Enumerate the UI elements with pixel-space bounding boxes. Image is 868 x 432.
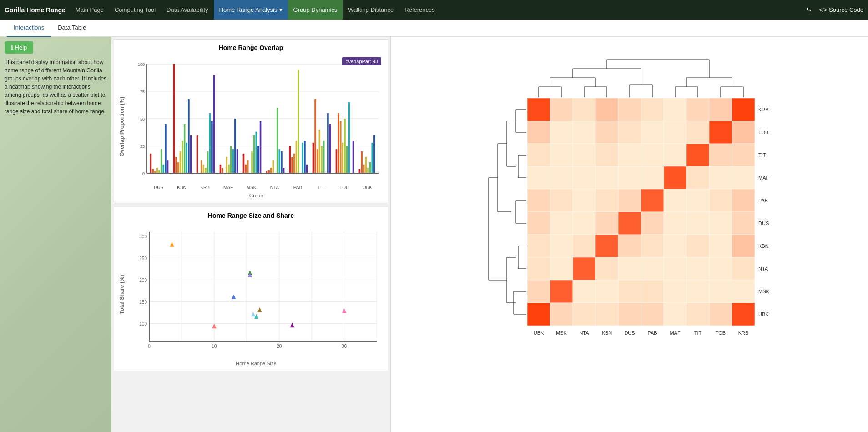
tab-data-table[interactable]: Data Table xyxy=(51,20,93,37)
svg-text:100: 100 xyxy=(138,62,145,67)
nav-home-range-analysis[interactable]: Home Range Analysis ▾ xyxy=(214,0,288,20)
nav-data-availability[interactable]: Data Availability xyxy=(161,0,214,20)
tab-interactions[interactable]: Interactions xyxy=(7,20,51,37)
svg-rect-167 xyxy=(550,98,573,121)
bar-chart-x-label: Group xyxy=(129,193,384,198)
svg-text:PAB: PAB xyxy=(293,185,303,190)
svg-rect-208 xyxy=(732,166,755,189)
nav-brand: Gorilla Home Range xyxy=(5,6,66,14)
svg-rect-39 xyxy=(209,113,211,173)
svg-rect-72 xyxy=(278,149,280,173)
svg-text:NTA: NTA xyxy=(579,330,589,336)
svg-text:30: 30 xyxy=(342,344,347,349)
svg-rect-184 xyxy=(686,121,709,144)
svg-rect-244 xyxy=(550,257,573,280)
scatter-chart-x-label: Home Range Size xyxy=(129,361,384,366)
svg-rect-14 xyxy=(156,168,158,173)
svg-rect-191 xyxy=(595,144,618,166)
share-icon[interactable]: ⤷ xyxy=(806,5,812,14)
svg-rect-272 xyxy=(686,303,709,326)
svg-rect-60 xyxy=(253,135,255,173)
svg-rect-51 xyxy=(234,119,236,173)
sidebar: ℹ Help This panel display information ab… xyxy=(0,37,111,432)
svg-rect-226 xyxy=(641,212,664,235)
nav-references[interactable]: References xyxy=(399,0,440,20)
svg-text:300: 300 xyxy=(139,234,147,239)
svg-rect-50 xyxy=(232,149,234,173)
svg-rect-180 xyxy=(595,121,618,144)
nav-walking-distance[interactable]: Walking Distance xyxy=(343,0,399,20)
subheader: Interactions Data Table xyxy=(0,20,868,37)
svg-rect-49 xyxy=(230,146,232,173)
svg-rect-185 xyxy=(709,121,732,144)
svg-rect-174 xyxy=(709,98,732,121)
svg-rect-79 xyxy=(293,154,295,173)
svg-rect-248 xyxy=(641,257,664,280)
svg-rect-117 xyxy=(373,135,375,173)
svg-rect-186 xyxy=(732,121,755,144)
svg-rect-35 xyxy=(201,160,202,173)
svg-rect-240 xyxy=(709,235,732,257)
svg-rect-48 xyxy=(228,165,230,173)
svg-rect-255 xyxy=(550,280,573,303)
svg-rect-111 xyxy=(361,151,363,173)
svg-rect-193 xyxy=(641,144,664,166)
svg-text:0: 0 xyxy=(142,171,145,176)
bar-chart-tooltip: overlapPar: 93 xyxy=(342,57,381,65)
svg-rect-204 xyxy=(641,166,664,189)
svg-text:TIT: TIT xyxy=(318,185,324,190)
svg-text:PAB: PAB xyxy=(758,198,768,203)
heatmap-svg: KRBTOBTITMAFPABDUSKBNNTAMSKUBKUBKMSKNTAK… xyxy=(482,48,777,421)
svg-rect-271 xyxy=(664,303,686,326)
main-layout: ℹ Help This panel display information ab… xyxy=(0,37,868,432)
svg-rect-102 xyxy=(342,143,344,173)
svg-rect-73 xyxy=(281,151,283,173)
svg-rect-19 xyxy=(167,160,169,173)
svg-rect-116 xyxy=(371,143,373,173)
svg-rect-192 xyxy=(618,144,641,166)
svg-text:25: 25 xyxy=(140,144,145,149)
svg-rect-246 xyxy=(595,257,618,280)
svg-rect-80 xyxy=(296,141,298,173)
svg-rect-236 xyxy=(618,235,641,257)
svg-rect-77 xyxy=(289,146,291,173)
nav-group-dynamics[interactable]: Group Dynamics xyxy=(288,0,343,20)
svg-rect-270 xyxy=(641,303,664,326)
svg-text:KBN: KBN xyxy=(601,330,612,336)
svg-rect-194 xyxy=(664,144,686,166)
svg-text:MSK: MSK xyxy=(247,185,257,190)
svg-rect-78 xyxy=(291,157,293,173)
svg-text:DUS: DUS xyxy=(624,330,635,336)
svg-rect-24 xyxy=(177,162,179,173)
svg-rect-173 xyxy=(686,98,709,121)
source-code-link[interactable]: </> Source Code xyxy=(819,6,863,13)
nav-main-page[interactable]: Main Page xyxy=(70,0,109,20)
svg-text:KRB: KRB xyxy=(200,185,210,190)
svg-rect-38 xyxy=(207,151,209,173)
svg-rect-28 xyxy=(186,143,187,173)
svg-rect-189 xyxy=(550,144,573,166)
svg-rect-243 xyxy=(527,257,550,280)
svg-text:UBK: UBK xyxy=(363,185,372,190)
svg-rect-213 xyxy=(595,189,618,212)
svg-rect-83 xyxy=(302,143,303,173)
svg-rect-113 xyxy=(365,157,367,173)
svg-rect-181 xyxy=(618,121,641,144)
svg-rect-81 xyxy=(298,70,299,173)
svg-text:10: 10 xyxy=(212,344,217,349)
svg-text:KRB: KRB xyxy=(738,330,748,336)
svg-text:NTA: NTA xyxy=(270,185,279,190)
nav-computing-tool[interactable]: Computing Tool xyxy=(109,0,161,20)
svg-rect-183 xyxy=(664,121,686,144)
help-button[interactable]: ℹ Help xyxy=(5,41,33,54)
svg-rect-265 xyxy=(527,303,550,326)
svg-rect-103 xyxy=(344,119,346,173)
center-panel: Home Range Overlap Overlap Proportion (%… xyxy=(111,37,390,432)
svg-rect-268 xyxy=(595,303,618,326)
svg-rect-254 xyxy=(527,280,550,303)
svg-rect-84 xyxy=(304,141,306,173)
svg-text:TIT: TIT xyxy=(758,152,766,158)
svg-text:TOB: TOB xyxy=(339,185,349,190)
navbar: Gorilla Home Range Main Page Computing T… xyxy=(0,0,868,20)
svg-rect-232 xyxy=(527,235,550,257)
